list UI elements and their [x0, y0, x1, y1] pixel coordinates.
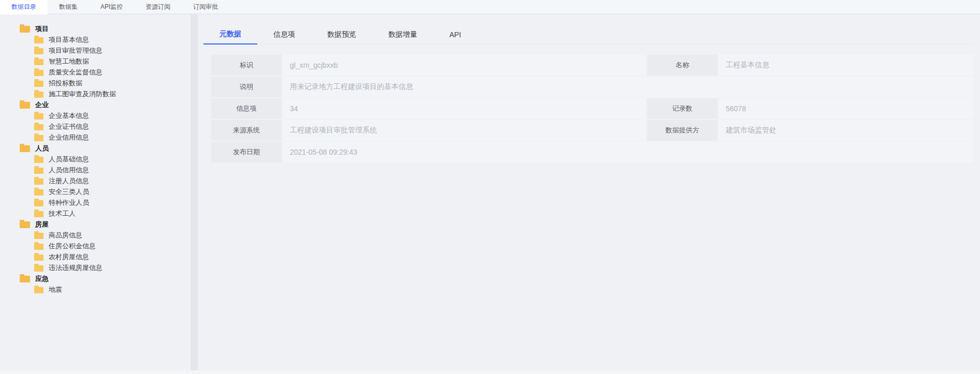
tree-item-enterprise-certificate-info[interactable]: 企业证书信息	[20, 121, 191, 132]
tree-item-label: 安全三类人员	[49, 187, 89, 197]
tree-item-rural-housing-info[interactable]: 农村房屋信息	[20, 251, 191, 262]
folder-icon	[34, 200, 43, 206]
data-provider-label: 数据提供方	[647, 120, 718, 141]
tree-item-label: 住房公积金信息	[49, 242, 96, 251]
tree-item-label: 招投标数据	[49, 79, 82, 88]
tree-item-label: 地震	[49, 285, 62, 294]
folder-icon	[34, 178, 43, 185]
tree-item-enterprise-credit-info[interactable]: 企业信用信息	[20, 132, 191, 143]
name-value: 工程基本信息	[719, 55, 973, 76]
tree-item-personnel-basic-info[interactable]: 人员基础信息	[20, 154, 191, 164]
tree-item-housing-fund-info[interactable]: 住房公积金信息	[20, 241, 191, 251]
nav-tab-api-monitor[interactable]: API监控	[89, 0, 134, 13]
publish-date-value: 2021-05-08 09:29:43	[283, 142, 973, 162]
tree-item-quality-safety-info[interactable]: 质量安全监督信息	[20, 67, 191, 78]
sidebar-panel: 项目 项目基本信息 项目审批管理信息 智慧工地数据 质量安全监督信息 招投标数据	[0, 14, 191, 370]
name-label: 名称	[647, 55, 718, 76]
app-window: 数据目录 数据集 API监控 资源订阅 订阅审批 项目 项目基本信息 项目审批管…	[0, 0, 980, 374]
tree-group-enterprise[interactable]: 企业	[20, 99, 191, 110]
tree-item-safety-three-types-personnel[interactable]: 安全三类人员	[20, 186, 191, 197]
tree-group-project[interactable]: 项目	[20, 23, 191, 34]
tree-item-label: 项目审批管理信息	[49, 46, 103, 55]
info-item-count-value: 34	[283, 98, 646, 119]
source-system-value: 工程建设项目审批管理系统	[283, 120, 646, 141]
folder-icon	[20, 276, 30, 282]
tree-item-special-operation-personnel[interactable]: 特种作业人员	[20, 197, 191, 208]
folder-icon	[34, 255, 43, 261]
source-system-label: 来源系统	[211, 120, 282, 141]
folder-icon	[34, 70, 43, 76]
folder-icon	[20, 26, 30, 33]
tree-item-label: 农村房屋信息	[49, 252, 89, 262]
tree-item-earthquake[interactable]: 地震	[20, 284, 191, 295]
tree-item-label: 项目基本信息	[49, 35, 89, 44]
tree-item-label: 注册人员信息	[49, 176, 89, 186]
tree-group-personnel[interactable]: 人员	[20, 143, 191, 154]
tree-group-housing[interactable]: 房屋	[20, 219, 191, 230]
tree-item-label: 特种作业人员	[49, 198, 89, 207]
folder-icon	[34, 135, 43, 141]
tree-item-registered-personnel-info[interactable]: 注册人员信息	[20, 175, 191, 186]
tree-item-personnel-credit-info[interactable]: 人员信用信息	[20, 164, 191, 175]
top-nav: 数据目录 数据集 API监控 资源订阅 订阅审批	[0, 0, 980, 14]
detail-tab-bar: 元数据 信息项 数据预览 数据增量 API	[203, 25, 973, 44]
publish-date-label: 发布日期	[211, 142, 282, 162]
tree-item-enterprise-basic-info[interactable]: 企业基本信息	[20, 110, 191, 121]
tree-item-label: 智慧工地数据	[49, 57, 89, 66]
identifier-label: 标识	[211, 55, 282, 76]
folder-icon	[20, 145, 30, 152]
tree-group-label: 人员	[35, 144, 49, 153]
folder-icon	[34, 211, 43, 217]
folder-icon	[34, 244, 43, 250]
tree-item-skilled-workers[interactable]: 技术工人	[20, 208, 191, 219]
tree-group-emergency[interactable]: 应急	[20, 273, 191, 284]
tree-item-label: 企业证书信息	[49, 122, 89, 131]
folder-icon	[20, 221, 30, 228]
sidebar-scrollbar[interactable]	[191, 14, 198, 370]
description-label: 说明	[211, 77, 282, 97]
tree-item-commercial-housing-info[interactable]: 商品房信息	[20, 230, 191, 241]
tree-item-label: 质量安全监督信息	[49, 68, 103, 77]
tree-item-smart-site-data[interactable]: 智慧工地数据	[20, 56, 191, 67]
tree-item-project-basic-info[interactable]: 项目基本信息	[20, 34, 191, 45]
folder-icon	[34, 157, 43, 163]
folder-icon	[34, 92, 43, 98]
tab-api[interactable]: API	[433, 25, 477, 44]
tree-item-bidding-data[interactable]: 招投标数据	[20, 78, 191, 88]
tree-item-label: 人员基础信息	[49, 155, 89, 164]
identifier-value: gl_xm_gcjbxxb	[283, 55, 646, 76]
tree-item-label: 施工图审查及消防数据	[49, 89, 116, 99]
description-value: 用来记录地方工程建设项目的基本信息	[283, 77, 973, 97]
folder-icon	[34, 124, 43, 130]
folder-icon	[34, 265, 43, 272]
folder-icon	[34, 113, 43, 119]
tab-data-increment[interactable]: 数据增量	[372, 25, 433, 44]
folder-icon	[34, 48, 43, 54]
tree-item-illegal-housing-info[interactable]: 违法违规房屋信息	[20, 262, 191, 273]
folder-icon	[34, 233, 43, 239]
record-count-label: 记录数	[647, 98, 718, 119]
data-provider-value: 建筑市场监管处	[719, 120, 973, 141]
tree-group-label: 房屋	[35, 220, 49, 229]
tab-data-preview[interactable]: 数据预览	[311, 25, 372, 44]
tree-item-label: 违法违规房屋信息	[49, 263, 103, 273]
tree-item-project-approval-info[interactable]: 项目审批管理信息	[20, 45, 191, 56]
tab-info-items[interactable]: 信息项	[257, 25, 311, 44]
folder-icon	[34, 81, 43, 87]
record-count-value: 56078	[719, 98, 973, 119]
tree-group-label: 项目	[35, 24, 49, 34]
nav-tab-data-catalog[interactable]: 数据目录	[0, 0, 48, 13]
nav-tab-subscription-approval[interactable]: 订阅审批	[182, 0, 229, 13]
tree-item-drawing-review-fire-data[interactable]: 施工图审查及消防数据	[20, 88, 191, 99]
tree-item-label: 企业信用信息	[49, 133, 89, 142]
main-panel: 元数据 信息项 数据预览 数据增量 API 标识 gl_xm_gcjbxxb 名…	[198, 14, 980, 370]
folder-icon	[34, 168, 43, 174]
nav-tab-dataset[interactable]: 数据集	[48, 0, 89, 13]
tab-metadata[interactable]: 元数据	[203, 25, 257, 44]
folder-icon	[34, 287, 43, 293]
folder-icon	[34, 59, 43, 65]
tree-group-label: 企业	[35, 100, 49, 110]
nav-tab-resource-subscription[interactable]: 资源订阅	[134, 0, 182, 13]
tree-item-label: 企业基本信息	[49, 111, 89, 121]
tree-item-label: 商品房信息	[49, 231, 82, 240]
